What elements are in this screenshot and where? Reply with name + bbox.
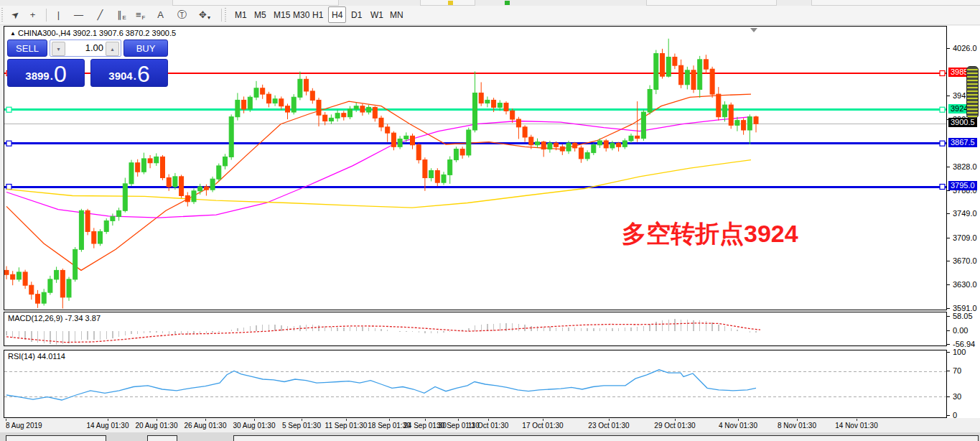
candle-body	[442, 175, 446, 182]
timeframe-m5-button[interactable]: M5	[251, 6, 270, 23]
axis-tick-mark	[947, 371, 950, 371]
rsi-tick-label: 30	[953, 392, 961, 401]
candle-body	[492, 100, 496, 107]
candle-body	[111, 217, 115, 221]
macd-panel[interactable]: MACD(12,26,9) -7.34 3.87	[4, 312, 947, 346]
volume-field[interactable]: ▾ 1.00 ▴	[50, 40, 121, 57]
horizontal-line-tool-button[interactable]: —	[70, 6, 87, 23]
timeframe-h1-button[interactable]: H1	[309, 6, 327, 23]
candle-body	[360, 106, 365, 112]
candle-body	[411, 136, 415, 144]
sell-price-box[interactable]: 3899 . 0	[7, 59, 85, 87]
trendline-tool-button[interactable]: ╱	[92, 6, 108, 23]
candle-body	[298, 79, 302, 97]
volume-increase-button[interactable]: ▴	[106, 42, 119, 56]
candle-body	[242, 100, 246, 108]
candle-body	[17, 272, 21, 279]
candle-body	[710, 69, 714, 94]
candle-body	[504, 103, 508, 111]
timeframe-h4-button[interactable]: H4	[328, 6, 346, 23]
time-tick-mark	[738, 419, 739, 421]
symbol-ohlc: 3902.1 3907.6 3870.2 3900.5	[73, 29, 176, 37]
cursor-tool-button[interactable]: ➤	[7, 6, 24, 23]
buy-button[interactable]: BUY	[123, 40, 168, 57]
axis-tick-mark	[947, 352, 950, 353]
candle-body	[73, 249, 78, 279]
line-anchor-handle	[940, 141, 945, 146]
macd-tick-label: 58.05	[953, 312, 973, 320]
timeframe-d1-button[interactable]: D1	[347, 6, 365, 23]
candle-body	[673, 57, 677, 66]
line-anchor-handle	[940, 107, 945, 112]
main-chart-panel[interactable]: ▲ CHINA300-,H4 3902.1 3907.6 3870.2 3900…	[4, 26, 947, 310]
rsi-panel[interactable]: RSI(14) 44.0114	[4, 350, 947, 418]
candle-body	[29, 285, 34, 294]
candle-body	[648, 89, 652, 112]
statusbar-section	[147, 435, 177, 441]
toolbar-grip[interactable]	[225, 8, 228, 22]
candle-body	[610, 143, 615, 148]
candle-body	[354, 106, 358, 109]
candle-body	[310, 91, 314, 100]
candle-body	[541, 142, 546, 149]
candle-body	[592, 145, 596, 153]
timeframe-mn-button[interactable]: MN	[386, 6, 407, 23]
time-axis[interactable]: 8 Aug 201914 Aug 01:3020 Aug 01:3026 Aug…	[4, 419, 980, 432]
volume-value[interactable]: 1.00	[85, 42, 103, 53]
time-tick-mark	[108, 419, 108, 421]
axis-tick-mark	[947, 261, 950, 261]
crosshair-tool-button[interactable]: +	[24, 6, 41, 23]
timeframe-w1-button[interactable]: W1	[367, 6, 387, 23]
symbol-marker-icon: ▲	[10, 30, 16, 37]
candle-body	[36, 294, 40, 303]
price-scale-scrollbar[interactable]	[966, 66, 979, 119]
chart-title: ▲ CHINA300-,H4 3902.1 3907.6 3870.2 3900…	[10, 29, 176, 37]
timeframe-m1-button[interactable]: M1	[231, 6, 251, 23]
sell-price-big-digit: 0	[54, 64, 67, 84]
vertical-line-tool-button[interactable]: |	[50, 6, 67, 23]
candle-body	[717, 94, 721, 117]
toolbar-grip[interactable]	[1, 8, 4, 22]
candle-body	[622, 141, 627, 147]
candle-body	[617, 143, 621, 147]
time-tick-mark	[675, 419, 676, 421]
candle-body	[42, 292, 46, 303]
toolbar-separator	[221, 9, 222, 22]
candle-body	[704, 60, 708, 69]
chart-shift-marker-icon[interactable]	[750, 28, 757, 32]
line-anchor-handle	[6, 141, 11, 146]
equidistant-channel-tool-button[interactable]: ∥E	[113, 6, 130, 23]
candle-body	[136, 163, 140, 172]
candle-body	[379, 118, 383, 126]
candle-body	[123, 184, 127, 210]
time-tick-mark	[543, 419, 543, 421]
text-tool-button[interactable]: A	[152, 6, 169, 23]
candle-body	[560, 147, 564, 151]
candle-body	[129, 163, 134, 184]
axis-tick-mark	[947, 167, 950, 167]
candle-body	[104, 220, 108, 231]
bottom-window-strip	[0, 432, 980, 441]
statusbar-section	[6, 435, 106, 441]
price-tick-label: 4026.0	[953, 44, 977, 52]
cutoff-button-group	[172, 0, 339, 6]
arrows-tool-button[interactable]: ✥▾	[195, 6, 214, 23]
cutoff-button-group	[811, 0, 980, 6]
buy-price-box[interactable]: 3904 . 6	[90, 59, 168, 87]
candle-body	[573, 143, 577, 148]
candle-body	[79, 210, 83, 249]
chart-annotation-text[interactable]: 多空转折点3924	[622, 218, 798, 251]
candle-body	[554, 143, 559, 147]
text-label-tool-button[interactable]: Ⓣ	[174, 6, 190, 23]
candle-body	[291, 97, 296, 112]
candle-body	[429, 171, 434, 178]
candle-body	[548, 143, 552, 149]
time-tick-label: 23 Oct 01:30	[588, 422, 629, 430]
axis-tick-mark	[947, 415, 950, 416]
equidistant-channel-tool-icon: ∥	[117, 9, 122, 20]
sell-button[interactable]: SELL	[7, 40, 47, 57]
price-badge: 3900.5	[948, 118, 977, 127]
candle-body	[510, 111, 515, 119]
volume-decrease-button[interactable]: ▾	[52, 42, 65, 56]
fibonacci-tool-button[interactable]: ≡F	[132, 6, 149, 23]
